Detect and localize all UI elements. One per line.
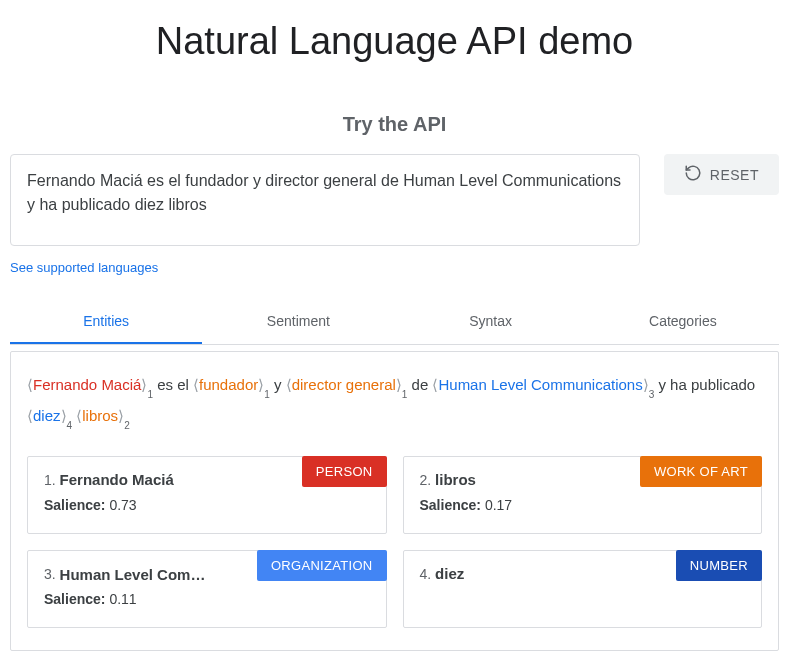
entity-card: PERSON1. Fernando MaciáSalience: 0.73 [27,456,387,534]
supported-languages-row: See supported languages [10,258,779,276]
bracket-close-icon: ⟩ [61,407,67,424]
reset-icon [684,164,702,185]
entity-index: 3 [649,389,655,400]
entity-mention: director general [292,376,396,393]
salience-label: Salience: [44,591,109,607]
salience-label: Salience: [44,497,109,513]
entity-salience: Salience: 0.11 [44,591,370,607]
entity-rank: 2. [420,472,436,488]
demo-root: Natural Language API demo Try the API RE… [0,0,789,663]
entity-type-badge: WORK OF ART [640,456,762,487]
entity-type-badge: PERSON [302,456,387,487]
salience-value: 0.11 [109,591,136,607]
entity-mention: Fernando Maciá [33,376,141,393]
entity-cards: PERSON1. Fernando MaciáSalience: 0.73WOR… [27,456,762,628]
entity-card: ORGANIZATION3. Human Level Communication… [27,550,387,628]
entity-card: NUMBER4. diez [403,550,763,628]
entity-salience: Salience: 0.73 [44,497,370,513]
entity-type-badge: ORGANIZATION [257,550,387,581]
entity-name: Human Level Communications [60,566,210,583]
entity-index: 1 [402,389,408,400]
bracket-close-icon: ⟩ [643,376,649,393]
entity-index: 1 [264,389,270,400]
input-row: RESET [10,154,779,246]
entity-index: 2 [124,420,130,431]
entity-name: diez [435,565,464,582]
analysis-text-input[interactable] [10,154,640,246]
tab-sentiment[interactable]: Sentiment [202,300,394,344]
entity-rank: 1. [44,472,60,488]
entity-salience: Salience: 0.17 [420,497,746,513]
bracket-close-icon: ⟩ [396,376,402,393]
entity-name: libros [435,471,476,488]
page-title: Natural Language API demo [10,20,779,63]
reset-button-label: RESET [710,167,759,183]
salience-value: 0.73 [109,497,136,513]
entity-index: 4 [67,420,73,431]
result-tabs: EntitiesSentimentSyntaxCategories [10,300,779,345]
entity-mention: diez [33,407,61,424]
entity-type-badge: NUMBER [676,550,762,581]
entity-index: 1 [147,389,153,400]
entities-panel: ⟨Fernando Maciá⟩1 es el ⟨fundador⟩1 y ⟨d… [10,351,779,651]
entity-rank: 4. [420,566,436,582]
page-subtitle: Try the API [10,113,779,136]
tab-categories[interactable]: Categories [587,300,779,344]
annotated-sentence: ⟨Fernando Maciá⟩1 es el ⟨fundador⟩1 y ⟨d… [27,370,762,432]
entity-name: Fernando Maciá [60,471,174,488]
salience-label: Salience: [420,497,485,513]
entity-mention: fundador [199,376,258,393]
entity-mention: Human Level Communications [438,376,642,393]
tab-entities[interactable]: Entities [10,300,202,344]
tab-syntax[interactable]: Syntax [395,300,587,344]
entity-mention: libros [82,407,118,424]
reset-button[interactable]: RESET [664,154,779,195]
entity-rank: 3. [44,566,60,582]
salience-value: 0.17 [485,497,512,513]
supported-languages-link[interactable]: See supported languages [10,260,158,275]
entity-card: WORK OF ART2. librosSalience: 0.17 [403,456,763,534]
